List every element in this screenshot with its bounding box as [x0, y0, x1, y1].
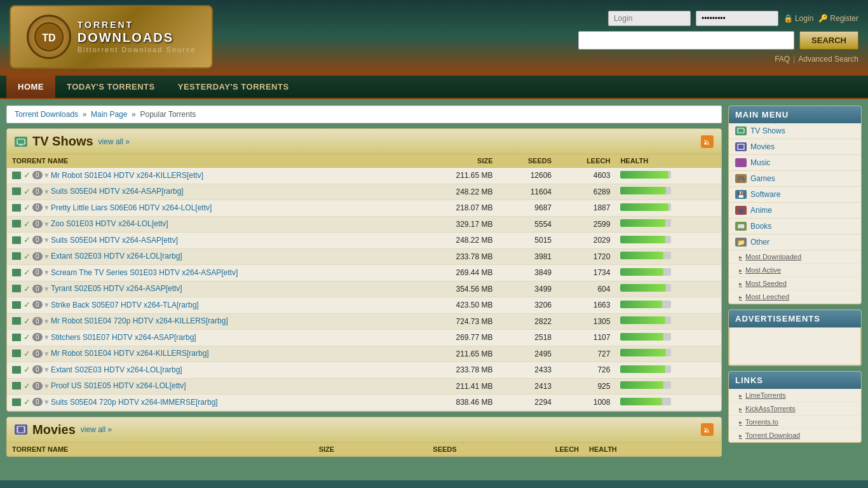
password-input[interactable] [696, 11, 778, 26]
login-input[interactable] [608, 11, 691, 26]
torrent-link[interactable]: Proof US S01E05 HDTV x264-LOL[ettv] [51, 381, 186, 390]
link-limetorrents[interactable]: LimeTorrents [729, 389, 861, 402]
row-tv-icon [12, 301, 21, 309]
search-input[interactable] [578, 31, 794, 50]
movies-rss-icon[interactable] [701, 423, 714, 436]
leech-cell: 1663 [557, 297, 615, 314]
advanced-search-link[interactable]: Advanced Search [798, 55, 858, 64]
health-cell [615, 313, 721, 330]
movies-view-all[interactable]: view all » [81, 425, 112, 434]
breadcrumb-main[interactable]: Main Page [91, 110, 127, 119]
torrent-link[interactable]: Strike Back S05E07 HDTV x264-TLA[rarbg] [51, 301, 199, 309]
health-cell [615, 168, 721, 184]
game-icon: 🎮 [735, 174, 747, 183]
sidebar-item-anime[interactable]: ◉ Anime [729, 203, 861, 219]
link-kickass[interactable]: KickAssTorrents [729, 402, 861, 416]
size-cell: 233.78 MB [416, 362, 498, 379]
faq-link[interactable]: FAQ [775, 55, 790, 64]
sidebar-most-downloaded[interactable]: Most Downloaded [729, 250, 861, 264]
header-right: 🔒 Login 🔑 Register SEARCH FAQ | Advanced… [578, 11, 858, 64]
seeds-cell: 9687 [498, 200, 557, 217]
sidebar-item-other[interactable]: 📁 Other [729, 234, 861, 250]
vote-area: ✓ 0 ▾ [24, 365, 49, 374]
torrent-link[interactable]: Extant S02E03 HDTV x264-LOL[rarbg] [51, 365, 182, 374]
nav-today[interactable]: TODAY'S TORRENTS [55, 76, 166, 98]
sidebar-music-label: Music [750, 158, 770, 167]
nav-home[interactable]: HOME [6, 76, 55, 98]
size-cell: 218.07 MB [416, 200, 498, 217]
sidebar-item-music[interactable]: ♪ Music [729, 155, 861, 171]
health-cell [615, 248, 721, 265]
torrent-name-cell: ✓ 0 ▾ Suits S05E04 720p HDTV x264-IMMERS… [7, 395, 416, 411]
vote-area: ✓ 0 ▾ [24, 349, 49, 358]
sidebar-most-active[interactable]: Most Active [729, 264, 861, 277]
link-torrent-download[interactable]: Torrent Download [729, 429, 861, 442]
seeds-cell: 2433 [498, 362, 557, 379]
leech-cell: 604 [557, 281, 615, 297]
health-bar-container [620, 381, 671, 389]
search-row: SEARCH [578, 31, 858, 50]
leech-cell: 2599 [557, 216, 615, 233]
nav-yesterday[interactable]: YESTERDAY'S TORRENTS [166, 76, 301, 98]
row-tv-icon [12, 172, 21, 179]
torrent-link[interactable]: Pretty Little Liars S06E06 HDTV x264-LOL… [51, 203, 212, 212]
site-title: TORRENT DOWNLOADS [78, 20, 196, 44]
health-bar-container [620, 219, 671, 227]
size-cell: 329.17 MB [416, 216, 498, 233]
movies-header: Movies view all » [7, 417, 721, 443]
torrent-link[interactable]: Suits S05E04 HDTV x264-ASAP[ettv] [51, 236, 178, 245]
register-link[interactable]: 🔑 Register [818, 14, 858, 23]
tv-shows-header: TV Shows view all » [7, 129, 721, 154]
health-cell [615, 330, 721, 346]
size-cell: 269.44 MB [416, 265, 498, 281]
vote-area: ✓ 0 ▾ [24, 316, 49, 326]
health-bar-container [620, 333, 671, 341]
torrent-link[interactable]: Suits S05E04 HDTV x264-ASAP[rarbg] [51, 187, 184, 196]
leech-cell: 1107 [557, 330, 615, 346]
row-tv-icon [12, 252, 21, 260]
health-cell [615, 184, 721, 200]
col-name: TORRENT NAME [7, 154, 416, 168]
torrent-link[interactable]: Suits S05E04 720p HDTV x264-IMMERSE[rarb… [51, 398, 218, 407]
torrent-link[interactable]: Mr Robot S01E04 HDTV x264-KILLERS[rarbg] [51, 349, 209, 358]
other-icon: 📁 [735, 238, 747, 247]
vote-area: ✓ 0 ▾ [24, 300, 49, 309]
torrent-link[interactable]: Mr Robot S01E04 HDTV x264-KILLERS[ettv] [51, 171, 203, 180]
search-button[interactable]: SEARCH [799, 31, 858, 50]
torrent-link[interactable]: Tyrant S02E05 HDTV x264-ASAP[ettv] [51, 284, 182, 293]
sidebar-item-software[interactable]: 💾 Software [729, 187, 861, 203]
sidebar: MAIN MENU TV Shows Movies ♪ Music 🎮 Game… [728, 105, 862, 474]
sidebar-most-seeded[interactable]: Most Seeded [729, 277, 861, 290]
health-bar [620, 333, 663, 341]
breadcrumb: Torrent Downloads » Main Page » Popular … [6, 105, 722, 123]
row-tv-icon [12, 269, 21, 276]
health-bar [620, 236, 665, 243]
tv-rss-icon[interactable] [701, 135, 714, 148]
login-link[interactable]: 🔒 Login [783, 14, 813, 23]
main-menu-header: MAIN MENU [729, 106, 861, 123]
links-header: LINKS [729, 372, 861, 389]
movies-col-name: TORRENT NAME [7, 443, 247, 456]
sidebar-most-leeched[interactable]: Most Leeched [729, 290, 861, 304]
header-links-row: FAQ | Advanced Search [775, 55, 858, 64]
row-tv-icon [12, 317, 21, 325]
torrent-link[interactable]: Extant S02E03 HDTV x264-LOL[rarbg] [51, 252, 182, 261]
sidebar-item-games[interactable]: 🎮 Games [729, 171, 861, 187]
breadcrumb-home[interactable]: Torrent Downloads [15, 110, 78, 119]
size-cell: 211.65 MB [416, 168, 498, 184]
health-bar [620, 187, 666, 194]
health-cell [615, 346, 721, 362]
health-bar-container [620, 252, 671, 259]
tv-shows-view-all[interactable]: view all » [98, 137, 130, 146]
sidebar-item-tvshows[interactable]: TV Shows [729, 123, 861, 139]
torrent-link[interactable]: Zoo S01E03 HDTV x264-LOL[ettv] [51, 219, 168, 228]
torrent-name-cell: ✓ 0 ▾ Zoo S01E03 HDTV x264-LOL[ettv] [7, 216, 416, 233]
health-bar [620, 398, 662, 405]
table-row: ✓ 0 ▾ Suits S05E04 HDTV x264-ASAP[rarbg]… [7, 184, 721, 200]
torrent-link[interactable]: Scream The TV Series S01E03 HDTV x264-AS… [51, 268, 238, 277]
sidebar-item-movies[interactable]: Movies [729, 139, 861, 155]
link-torrents-to[interactable]: Torrents.to [729, 416, 861, 429]
torrent-link[interactable]: Mr Robot S01E04 720p HDTV x264-KILLERS[r… [51, 316, 228, 325]
sidebar-item-books[interactable]: 📖 Books [729, 219, 861, 234]
torrent-link[interactable]: Stitchers S01E07 HDTV x264-ASAP[rarbg] [51, 333, 196, 342]
